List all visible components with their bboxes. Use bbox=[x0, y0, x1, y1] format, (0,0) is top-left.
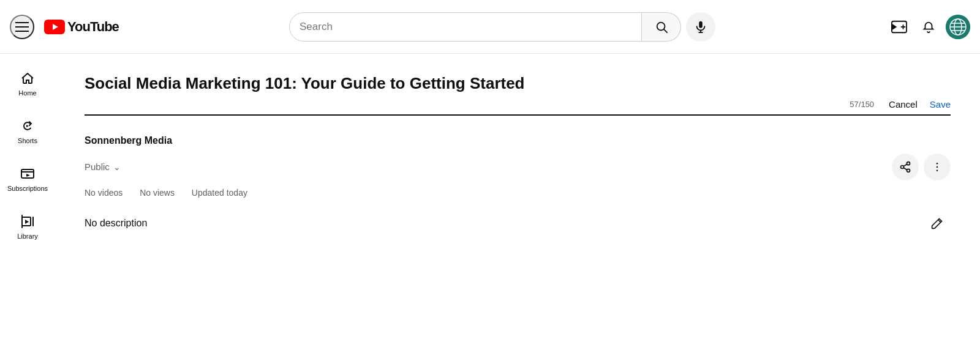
sidebar-item-home[interactable]: Home bbox=[3, 61, 52, 106]
create-icon bbox=[891, 20, 907, 34]
title-actions: Cancel Save bbox=[889, 99, 951, 110]
search-input[interactable] bbox=[290, 13, 641, 41]
svg-marker-10 bbox=[892, 23, 897, 30]
privacy-label: Public bbox=[85, 162, 110, 172]
description-row: No description bbox=[85, 210, 951, 237]
main-content: Social Media Marketing 101: Your Guide t… bbox=[55, 54, 980, 256]
stats-sep-2 bbox=[182, 188, 184, 198]
svg-rect-16 bbox=[21, 169, 34, 178]
svg-line-27 bbox=[903, 168, 907, 170]
sidebar-subscriptions-label: Subscriptions bbox=[7, 185, 48, 192]
header-center bbox=[167, 12, 838, 42]
channel-section: Sonnenberg Media Public ⌄ bbox=[85, 135, 951, 237]
cancel-button[interactable]: Cancel bbox=[889, 99, 918, 110]
svg-line-3 bbox=[664, 29, 667, 32]
search-input-wrapper bbox=[289, 12, 642, 42]
more-options-button[interactable] bbox=[924, 154, 951, 180]
chevron-down-icon: ⌄ bbox=[113, 162, 121, 172]
subscriptions-icon bbox=[20, 166, 35, 181]
mic-icon bbox=[694, 20, 707, 34]
sidebar: Home Shorts Subscriptions bbox=[0, 54, 55, 364]
channel-name: Sonnenberg Media bbox=[85, 135, 951, 146]
header-left: YouTube bbox=[10, 15, 157, 39]
share-button[interactable] bbox=[892, 154, 919, 180]
title-meta: 57/150 Cancel Save bbox=[85, 99, 951, 110]
mic-button[interactable] bbox=[686, 12, 715, 42]
header: YouTube bbox=[0, 0, 980, 54]
char-count: 57/150 bbox=[850, 100, 874, 109]
pencil-icon bbox=[931, 217, 943, 229]
header-right bbox=[848, 15, 970, 39]
playlist-title: Social Media Marketing 101: Your Guide t… bbox=[85, 73, 951, 94]
svg-point-29 bbox=[937, 166, 938, 168]
search-button[interactable] bbox=[642, 12, 681, 42]
share-icon bbox=[899, 161, 911, 173]
sidebar-item-shorts[interactable]: Shorts bbox=[3, 109, 52, 154]
search-icon bbox=[655, 20, 668, 34]
privacy-row: Public ⌄ bbox=[85, 154, 951, 180]
sidebar-shorts-label: Shorts bbox=[18, 137, 37, 144]
svg-marker-20 bbox=[25, 220, 29, 224]
library-icon bbox=[20, 214, 35, 229]
updated-date: Updated today bbox=[192, 188, 247, 198]
action-icons bbox=[892, 154, 951, 180]
stats-row: No videos No views Updated today bbox=[85, 188, 951, 198]
menu-button[interactable] bbox=[10, 15, 34, 39]
shorts-icon bbox=[20, 119, 35, 133]
svg-point-28 bbox=[937, 163, 938, 165]
avatar-button[interactable] bbox=[946, 15, 970, 39]
sidebar-item-subscriptions[interactable]: Subscriptions bbox=[3, 157, 52, 202]
stats-sep-1 bbox=[130, 188, 132, 198]
description-text: No description bbox=[85, 218, 147, 229]
bell-icon bbox=[922, 20, 935, 34]
svg-point-30 bbox=[937, 169, 938, 171]
save-button[interactable]: Save bbox=[930, 99, 951, 110]
sidebar-home-label: Home bbox=[18, 89, 36, 97]
video-count: No videos bbox=[85, 188, 123, 198]
edit-description-button[interactable] bbox=[924, 210, 951, 237]
home-icon bbox=[20, 71, 35, 86]
avatar-icon bbox=[946, 15, 970, 39]
sidebar-library-label: Library bbox=[17, 232, 38, 240]
sidebar-item-library[interactable]: Library bbox=[3, 204, 52, 250]
svg-marker-18 bbox=[26, 174, 30, 177]
create-button[interactable] bbox=[887, 15, 911, 39]
privacy-selector[interactable]: Public ⌄ bbox=[85, 162, 121, 172]
svg-rect-4 bbox=[699, 21, 703, 28]
notifications-button[interactable] bbox=[916, 15, 941, 39]
svg-line-26 bbox=[903, 164, 907, 166]
youtube-logo-text: YouTube bbox=[67, 19, 119, 35]
more-vert-icon bbox=[931, 161, 943, 173]
youtube-icon bbox=[44, 20, 65, 34]
view-count: No views bbox=[140, 188, 175, 198]
search-form bbox=[289, 12, 681, 42]
logo[interactable]: YouTube bbox=[44, 19, 119, 35]
title-section: Social Media Marketing 101: Your Guide t… bbox=[85, 73, 951, 116]
